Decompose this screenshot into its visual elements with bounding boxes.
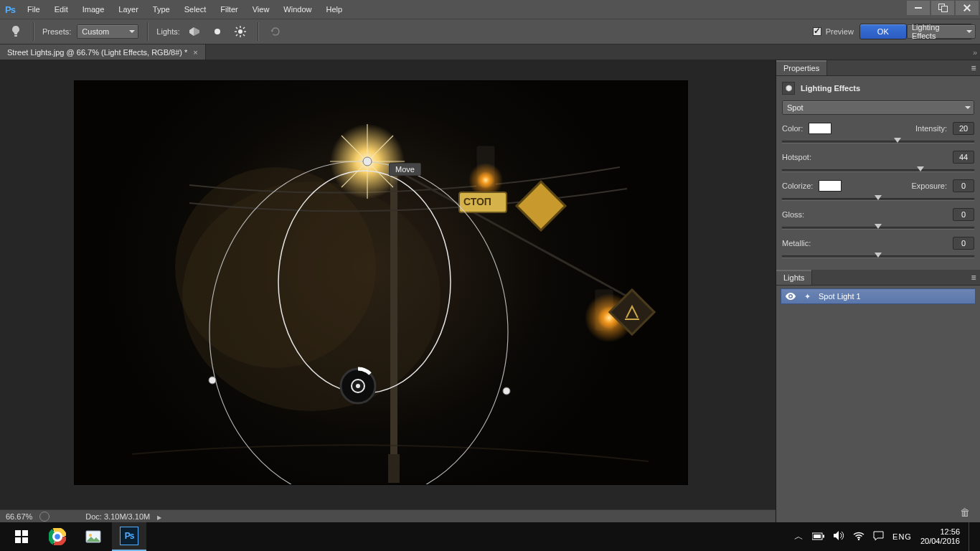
svg-rect-39	[22, 530, 28, 536]
intensity-slider[interactable]	[782, 139, 974, 143]
point-light-icon[interactable]	[209, 24, 226, 39]
status-info-icon[interactable]	[39, 512, 50, 522]
taskbar-photoshop[interactable]: Ps	[112, 522, 146, 551]
document-tab-bar: Street Lights.jpg @ 66.7% (Light Effects…	[0, 44, 980, 60]
reset-light-icon[interactable]	[267, 24, 284, 39]
menu-select[interactable]: Select	[177, 0, 214, 19]
status-bar: 66.67% Doc: 3.10M/3.10M	[0, 509, 776, 522]
system-tray: ︿ ENG 12:56 20/04/2016	[794, 522, 976, 551]
clock[interactable]: 12:56 20/04/2016	[920, 527, 960, 546]
show-desktop-button[interactable]	[969, 522, 973, 551]
close-button[interactable]	[956, 1, 979, 15]
restore-button[interactable]	[931, 1, 954, 15]
slider-thumb-icon[interactable]	[894, 138, 901, 146]
zoom-value[interactable]: 66.67%	[6, 512, 32, 521]
preview-label: Preview	[826, 27, 854, 36]
menu-help[interactable]: Help	[319, 0, 349, 19]
panel-menu-icon[interactable]	[967, 60, 980, 75]
menu-window[interactable]: Window	[276, 0, 319, 19]
document-tab[interactable]: Street Lights.jpg @ 66.7% (Light Effects…	[0, 44, 206, 60]
properties-tab[interactable]: Properties	[776, 60, 827, 75]
hotspot-slider[interactable]	[782, 168, 974, 172]
start-button[interactable]	[4, 522, 39, 551]
visibility-icon[interactable]	[786, 291, 796, 301]
hotspot-label: Hotspot:	[782, 153, 811, 161]
menu-filter[interactable]: Filter	[213, 0, 245, 19]
properties-tab-row: Properties	[776, 60, 980, 76]
ps-logo-icon: Ps	[0, 0, 20, 19]
light-list-item[interactable]: ✦ Spot Light 1	[781, 288, 976, 304]
light-bulb-icon[interactable]	[7, 24, 24, 39]
panel-menu-icon[interactable]	[967, 270, 980, 285]
slider-thumb-icon[interactable]	[917, 166, 924, 175]
workspace-dropdown[interactable]: Lighting Effects	[907, 24, 976, 39]
trash-icon[interactable]: 🗑	[960, 507, 970, 518]
svg-point-33	[503, 387, 510, 395]
menu-view[interactable]: View	[245, 0, 277, 19]
lights-panel: ✦ Spot Light 1 🗑	[776, 286, 980, 522]
color-label: Color:	[782, 124, 803, 133]
menu-file[interactable]: File	[20, 0, 47, 19]
slider-thumb-icon[interactable]	[875, 224, 882, 232]
colorize-swatch[interactable]	[819, 180, 842, 192]
minimize-button[interactable]	[907, 1, 930, 15]
status-arrow-icon[interactable]	[157, 512, 161, 521]
stop-sign-text: СТОП	[463, 196, 491, 207]
light-type-dropdown[interactable]: Spot	[782, 100, 974, 115]
workspace-value: Lighting Effects	[912, 23, 963, 40]
hotspot-value[interactable]: 44	[953, 151, 974, 164]
exposure-value[interactable]: 0	[953, 179, 974, 192]
action-center-icon[interactable]	[873, 531, 884, 543]
close-tab-icon[interactable]: ×	[193, 48, 197, 57]
gloss-slider[interactable]	[782, 225, 974, 230]
svg-point-36	[356, 384, 360, 388]
svg-rect-12	[390, 167, 397, 468]
taskbar-photo-viewer[interactable]	[76, 522, 110, 551]
lighting-effects-icon: ✺	[782, 82, 795, 95]
menu-edit[interactable]: Edit	[47, 0, 75, 19]
battery-icon[interactable]	[812, 532, 825, 542]
svg-rect-51	[823, 534, 824, 537]
tab-overflow-icon[interactable]	[970, 44, 980, 60]
taskbar: Ps ︿ ENG 12:56 20/04/2016	[0, 522, 980, 551]
spot-light-icon[interactable]	[186, 24, 203, 39]
slider-thumb-icon[interactable]	[875, 253, 882, 261]
slider-thumb-icon[interactable]	[875, 195, 882, 204]
metallic-label: Metallic:	[782, 239, 811, 248]
gloss-value[interactable]: 0	[953, 208, 974, 221]
svg-rect-13	[388, 454, 400, 483]
divider	[33, 22, 34, 41]
color-swatch[interactable]	[809, 123, 831, 134]
wifi-icon[interactable]	[853, 532, 864, 542]
metallic-slider[interactable]	[782, 254, 974, 258]
taskbar-chrome[interactable]	[40, 522, 75, 551]
menu-image[interactable]: Image	[75, 0, 112, 19]
tray-chevron-icon[interactable]: ︿	[794, 530, 804, 543]
canvas-area[interactable]: СТОП Move 66.67% Doc: 3.10M/3.10M	[0, 60, 776, 522]
svg-line-9	[236, 34, 237, 36]
ok-button[interactable]: OK	[859, 24, 907, 39]
light-item-label: Spot Light 1	[819, 292, 861, 301]
properties-panel: ✺ Lighting Effects Spot Color: Intensity…	[776, 76, 980, 265]
presets-dropdown[interactable]: Custom	[77, 24, 138, 39]
infinite-light-icon[interactable]	[232, 24, 249, 39]
right-panels: Properties ✺ Lighting Effects Spot Color…	[776, 60, 980, 522]
svg-point-31	[363, 157, 372, 166]
intensity-value[interactable]: 20	[953, 122, 974, 135]
preview-checkbox[interactable]: Preview	[813, 27, 854, 36]
menu-layer[interactable]: Layer	[111, 0, 146, 19]
document-canvas[interactable]: СТОП Move	[75, 81, 687, 484]
svg-rect-41	[22, 537, 28, 543]
metallic-value[interactable]: 0	[953, 237, 974, 250]
menu-type[interactable]: Type	[146, 0, 177, 19]
exposure-slider[interactable]	[782, 197, 974, 201]
svg-rect-38	[15, 530, 21, 536]
language-indicator[interactable]: ENG	[892, 532, 912, 541]
lights-tab[interactable]: Lights	[776, 270, 812, 285]
volume-icon[interactable]	[834, 531, 844, 542]
svg-point-11	[175, 167, 376, 368]
title-bar: Ps File Edit Image Layer Type Select Fil…	[0, 0, 980, 19]
svg-point-37	[789, 295, 791, 297]
lights-tab-row: Lights	[776, 270, 980, 286]
main-menu: File Edit Image Layer Type Select Filter…	[20, 0, 349, 19]
